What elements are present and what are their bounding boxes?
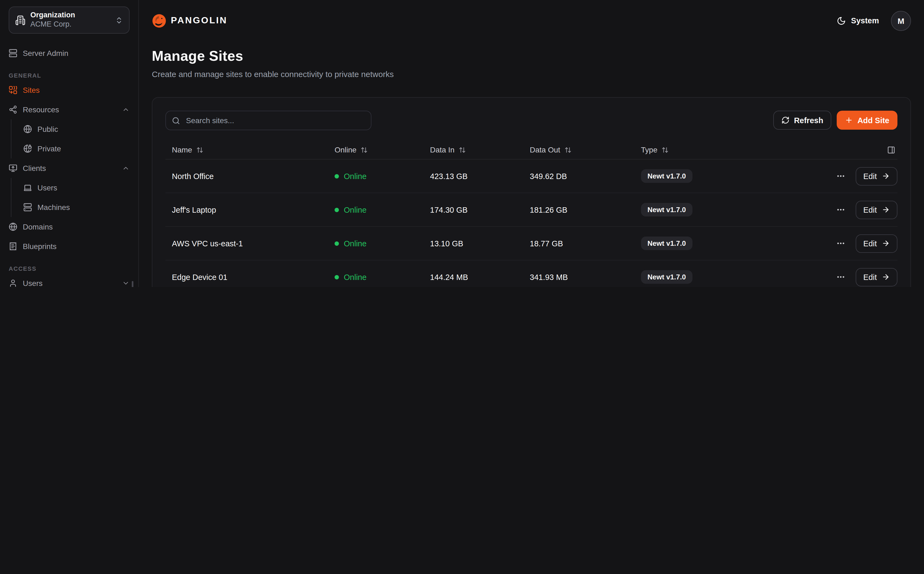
sort-icon — [459, 146, 466, 153]
sidebar-item-label: Users — [38, 183, 57, 192]
sidebar-item-clients[interactable]: Clients — [9, 158, 130, 178]
refresh-icon — [781, 116, 789, 124]
avatar-initial: M — [898, 16, 905, 25]
pangolin-logo-icon — [152, 13, 167, 28]
ellipsis-icon — [836, 172, 845, 181]
page-title: Manage Sites — [152, 48, 911, 65]
sidebar-item-label: Server Admin — [23, 49, 68, 57]
row-actions: Edit — [816, 268, 897, 286]
edit-label: Edit — [863, 172, 877, 180]
building-icon — [15, 15, 25, 25]
site-data-in: 144.24 MB — [423, 273, 523, 281]
table-row: AWS VPC us-east-1 Online 13.10 GB 18.77 … — [165, 227, 897, 260]
sidebar-item-label: Machines — [38, 203, 70, 211]
site-data-out: 341.93 MB — [523, 273, 635, 281]
row-menu-button[interactable] — [836, 205, 845, 214]
org-label: Organization — [30, 11, 110, 20]
row-menu-button[interactable] — [836, 239, 845, 248]
sidebar-item-client-users[interactable]: Users — [23, 178, 130, 197]
page-head: Manage Sites Create and manage sites to … — [152, 48, 911, 79]
row-menu-button[interactable] — [836, 272, 845, 282]
org-switcher[interactable]: Organization ACME Corp. — [9, 6, 130, 34]
chevron-up-icon — [122, 106, 130, 114]
search-icon — [172, 117, 180, 125]
site-status: Online — [328, 239, 423, 248]
add-site-label: Add Site — [857, 116, 889, 125]
site-type-cell: Newt v1.7.0 — [635, 237, 816, 250]
ellipsis-icon — [836, 205, 845, 214]
type-badge: Newt v1.7.0 — [641, 270, 693, 284]
receipt-text-icon — [9, 242, 17, 251]
arrow-right-icon — [882, 206, 890, 214]
arrow-right-icon — [882, 172, 890, 180]
sidebar-item-label: Blueprints — [23, 242, 57, 251]
sidebar-item-machines[interactable]: Machines — [23, 197, 130, 217]
sites-card: Refresh Add Site Name Online — [152, 97, 911, 287]
edit-button[interactable]: Edit — [856, 268, 897, 286]
sidebar-item-sites[interactable]: Sites — [9, 80, 130, 100]
edit-button[interactable]: Edit — [856, 200, 897, 219]
site-type-cell: Newt v1.7.0 — [635, 203, 816, 216]
server-icon — [23, 203, 32, 211]
site-status: Online — [328, 172, 423, 180]
row-actions: Edit — [816, 234, 897, 252]
globe-icon — [9, 222, 17, 231]
status-text: Online — [344, 172, 366, 180]
sidebar-item-label: Sites — [23, 86, 39, 95]
column-header-online[interactable]: Online — [328, 145, 423, 154]
table-body: North Office Online 423.13 GB 349.62 DB … — [165, 159, 897, 287]
add-site-button[interactable]: Add Site — [837, 111, 897, 130]
combine-icon — [9, 86, 17, 95]
edit-label: Edit — [863, 205, 877, 214]
sidebar-item-domains[interactable]: Domains — [9, 217, 130, 237]
online-dot — [335, 241, 339, 246]
org-texts: Organization ACME Corp. — [30, 11, 110, 29]
sort-icon — [564, 146, 572, 153]
chevron-up-icon — [122, 164, 130, 172]
sidebar-item-server-admin[interactable]: Server Admin — [9, 43, 130, 63]
sidebar-item-label: Private — [38, 144, 61, 153]
site-data-in: 174.30 GB — [423, 205, 523, 214]
section-label-access: ACCESS — [9, 265, 130, 272]
arrow-right-icon — [882, 239, 890, 248]
sidebar-item-public[interactable]: Public — [23, 119, 130, 139]
column-header-type[interactable]: Type — [635, 145, 816, 154]
type-badge: Newt v1.7.0 — [641, 203, 693, 216]
type-badge: Newt v1.7.0 — [641, 237, 693, 250]
sidebar-scrollbar[interactable] — [132, 281, 134, 287]
sort-icon — [662, 146, 669, 153]
sidebar-item-private[interactable]: Private — [23, 139, 130, 158]
status-text: Online — [344, 273, 366, 281]
search-input[interactable] — [185, 115, 365, 125]
table-row: North Office Online 423.13 GB 349.62 DB … — [165, 159, 897, 193]
edit-button[interactable]: Edit — [856, 167, 897, 185]
org-name: ACME Corp. — [30, 20, 110, 29]
sidebar-item-users[interactable]: Users — [9, 273, 130, 287]
site-status: Online — [328, 273, 423, 281]
column-header-data-in[interactable]: Data In — [423, 145, 523, 154]
column-visibility-toggle[interactable] — [816, 146, 897, 154]
table-header-row: Name Online Data In Data Out Type — [165, 140, 897, 159]
sidebar: Organization ACME Corp. Server Admin GEN… — [0, 0, 139, 287]
site-name: AWS VPC us-east-1 — [165, 239, 328, 248]
sidebar-item-label: Resources — [23, 105, 59, 114]
sidebar-item-label: Domains — [23, 222, 53, 231]
sidebar-item-resources[interactable]: Resources — [9, 100, 130, 119]
refresh-button[interactable]: Refresh — [773, 111, 831, 130]
search-box — [165, 111, 371, 130]
avatar[interactable]: M — [891, 11, 911, 31]
row-menu-button[interactable] — [836, 172, 845, 181]
workflow-icon — [9, 105, 17, 114]
site-data-out: 349.62 DB — [523, 172, 635, 180]
theme-toggle[interactable]: System — [837, 16, 879, 25]
edit-button[interactable]: Edit — [856, 234, 897, 252]
column-header-data-out[interactable]: Data Out — [523, 145, 635, 154]
table-row: Edge Device 01 Online 144.24 MB 341.93 M… — [165, 260, 897, 287]
site-name: Edge Device 01 — [165, 273, 328, 281]
server-icon — [9, 49, 17, 57]
column-header-name[interactable]: Name — [165, 145, 328, 154]
sidebar-item-blueprints[interactable]: Blueprints — [9, 237, 130, 256]
toolbar-actions: Refresh Add Site — [773, 111, 897, 130]
brand-name: PANGOLIN — [171, 15, 228, 26]
status-text: Online — [344, 239, 366, 248]
